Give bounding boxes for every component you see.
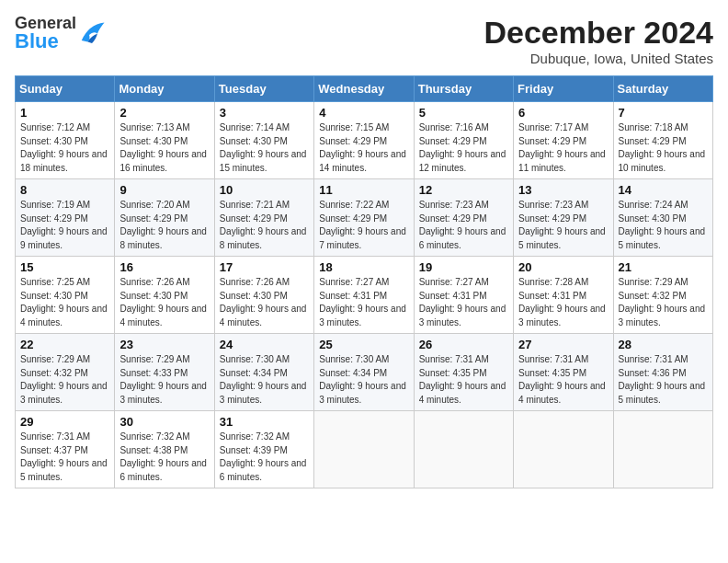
header-day-thursday: Thursday bbox=[414, 76, 513, 102]
day-info: Sunrise: 7:30 AMSunset: 4:34 PMDaylight:… bbox=[319, 353, 408, 407]
day-info: Sunrise: 7:27 AMSunset: 4:31 PMDaylight:… bbox=[319, 276, 408, 329]
calendar-cell bbox=[514, 411, 613, 488]
day-info: Sunrise: 7:19 AMSunset: 4:29 PMDaylight:… bbox=[20, 199, 109, 252]
day-number: 16 bbox=[119, 260, 209, 274]
day-info: Sunrise: 7:13 AMSunset: 4:30 PMDaylight:… bbox=[119, 121, 209, 175]
calendar-cell: 15Sunrise: 7:25 AMSunset: 4:30 PMDayligh… bbox=[16, 257, 115, 334]
day-info: Sunrise: 7:32 AMSunset: 4:39 PMDaylight:… bbox=[220, 431, 309, 484]
calendar-cell: 11Sunrise: 7:22 AMSunset: 4:29 PMDayligh… bbox=[314, 179, 414, 257]
header: General Blue December 2024 Dubuque, Iowa… bbox=[15, 15, 713, 66]
calendar-cell: 31Sunrise: 7:32 AMSunset: 4:39 PMDayligh… bbox=[214, 411, 313, 488]
calendar-cell: 24Sunrise: 7:30 AMSunset: 4:34 PMDayligh… bbox=[214, 334, 313, 411]
calendar-cell: 10Sunrise: 7:21 AMSunset: 4:29 PMDayligh… bbox=[214, 179, 313, 257]
day-number: 1 bbox=[20, 106, 109, 120]
day-info: Sunrise: 7:18 AMSunset: 4:29 PMDaylight:… bbox=[619, 121, 708, 175]
calendar-cell bbox=[414, 411, 513, 488]
calendar-cell: 4Sunrise: 7:15 AMSunset: 4:29 PMDaylight… bbox=[314, 102, 414, 179]
calendar-cell bbox=[613, 411, 712, 488]
day-info: Sunrise: 7:21 AMSunset: 4:29 PMDaylight:… bbox=[220, 199, 309, 252]
day-number: 2 bbox=[119, 106, 209, 120]
header-day-sunday: Sunday bbox=[16, 76, 115, 102]
day-number: 14 bbox=[619, 183, 708, 197]
calendar-week-2: 8Sunrise: 7:19 AMSunset: 4:29 PMDaylight… bbox=[16, 179, 713, 257]
header-day-tuesday: Tuesday bbox=[214, 76, 313, 102]
day-info: Sunrise: 7:26 AMSunset: 4:30 PMDaylight:… bbox=[119, 276, 209, 329]
day-info: Sunrise: 7:29 AMSunset: 4:32 PMDaylight:… bbox=[20, 353, 109, 407]
calendar-week-5: 29Sunrise: 7:31 AMSunset: 4:37 PMDayligh… bbox=[16, 411, 713, 488]
day-number: 12 bbox=[419, 183, 508, 197]
day-info: Sunrise: 7:28 AMSunset: 4:31 PMDaylight:… bbox=[518, 276, 608, 329]
calendar-cell: 14Sunrise: 7:24 AMSunset: 4:30 PMDayligh… bbox=[613, 179, 712, 257]
title-area: December 2024 Dubuque, Iowa, United Stat… bbox=[483, 15, 713, 66]
day-info: Sunrise: 7:31 AMSunset: 4:37 PMDaylight:… bbox=[20, 431, 109, 484]
calendar-header-row: SundayMondayTuesdayWednesdayThursdayFrid… bbox=[16, 76, 713, 102]
day-number: 20 bbox=[518, 260, 608, 274]
calendar-cell bbox=[314, 411, 414, 488]
calendar-cell: 21Sunrise: 7:29 AMSunset: 4:32 PMDayligh… bbox=[613, 257, 712, 334]
calendar-cell: 26Sunrise: 7:31 AMSunset: 4:35 PMDayligh… bbox=[414, 334, 513, 411]
month-title: December 2024 bbox=[483, 15, 713, 51]
calendar-cell: 20Sunrise: 7:28 AMSunset: 4:31 PMDayligh… bbox=[514, 257, 613, 334]
calendar-cell: 27Sunrise: 7:31 AMSunset: 4:35 PMDayligh… bbox=[514, 334, 613, 411]
logo-bird-icon bbox=[78, 20, 106, 46]
day-info: Sunrise: 7:29 AMSunset: 4:32 PMDaylight:… bbox=[619, 276, 708, 329]
day-info: Sunrise: 7:17 AMSunset: 4:29 PMDaylight:… bbox=[518, 121, 608, 175]
logo-text: General Blue bbox=[15, 15, 76, 52]
day-number: 4 bbox=[319, 106, 408, 120]
day-info: Sunrise: 7:23 AMSunset: 4:29 PMDaylight:… bbox=[518, 199, 608, 252]
day-info: Sunrise: 7:26 AMSunset: 4:30 PMDaylight:… bbox=[220, 276, 309, 329]
calendar-cell: 23Sunrise: 7:29 AMSunset: 4:33 PMDayligh… bbox=[115, 334, 214, 411]
day-info: Sunrise: 7:31 AMSunset: 4:36 PMDaylight:… bbox=[619, 353, 708, 407]
day-info: Sunrise: 7:24 AMSunset: 4:30 PMDaylight:… bbox=[619, 199, 708, 252]
calendar-cell: 12Sunrise: 7:23 AMSunset: 4:29 PMDayligh… bbox=[414, 179, 513, 257]
calendar-cell: 8Sunrise: 7:19 AMSunset: 4:29 PMDaylight… bbox=[16, 179, 115, 257]
day-number: 26 bbox=[419, 338, 508, 351]
day-info: Sunrise: 7:20 AMSunset: 4:29 PMDaylight:… bbox=[119, 199, 209, 252]
day-number: 24 bbox=[220, 338, 309, 351]
calendar-cell: 22Sunrise: 7:29 AMSunset: 4:32 PMDayligh… bbox=[16, 334, 115, 411]
day-info: Sunrise: 7:25 AMSunset: 4:30 PMDaylight:… bbox=[20, 276, 109, 329]
day-number: 25 bbox=[319, 338, 408, 351]
day-info: Sunrise: 7:22 AMSunset: 4:29 PMDaylight:… bbox=[319, 199, 408, 252]
day-number: 21 bbox=[619, 260, 708, 274]
day-number: 28 bbox=[619, 338, 708, 351]
day-number: 11 bbox=[319, 183, 408, 197]
day-number: 31 bbox=[220, 415, 309, 429]
header-day-friday: Friday bbox=[514, 76, 613, 102]
day-number: 7 bbox=[619, 106, 708, 120]
calendar-cell: 17Sunrise: 7:26 AMSunset: 4:30 PMDayligh… bbox=[214, 257, 313, 334]
calendar-cell: 29Sunrise: 7:31 AMSunset: 4:37 PMDayligh… bbox=[16, 411, 115, 488]
calendar-cell: 16Sunrise: 7:26 AMSunset: 4:30 PMDayligh… bbox=[115, 257, 214, 334]
day-number: 15 bbox=[20, 260, 109, 274]
day-number: 19 bbox=[419, 260, 508, 274]
logo: General Blue bbox=[15, 15, 106, 52]
day-number: 29 bbox=[20, 415, 109, 429]
calendar-cell: 1Sunrise: 7:12 AMSunset: 4:30 PMDaylight… bbox=[16, 102, 115, 179]
day-info: Sunrise: 7:12 AMSunset: 4:30 PMDaylight:… bbox=[20, 121, 109, 175]
header-day-monday: Monday bbox=[115, 76, 214, 102]
calendar-cell: 2Sunrise: 7:13 AMSunset: 4:30 PMDaylight… bbox=[115, 102, 214, 179]
calendar-cell: 9Sunrise: 7:20 AMSunset: 4:29 PMDaylight… bbox=[115, 179, 214, 257]
day-number: 3 bbox=[220, 106, 309, 120]
calendar-cell: 3Sunrise: 7:14 AMSunset: 4:30 PMDaylight… bbox=[214, 102, 313, 179]
day-number: 22 bbox=[20, 338, 109, 351]
calendar-cell: 7Sunrise: 7:18 AMSunset: 4:29 PMDaylight… bbox=[613, 102, 712, 179]
day-number: 13 bbox=[518, 183, 608, 197]
calendar-week-4: 22Sunrise: 7:29 AMSunset: 4:32 PMDayligh… bbox=[16, 334, 713, 411]
calendar-cell: 6Sunrise: 7:17 AMSunset: 4:29 PMDaylight… bbox=[514, 102, 613, 179]
day-info: Sunrise: 7:15 AMSunset: 4:29 PMDaylight:… bbox=[319, 121, 408, 175]
day-number: 10 bbox=[220, 183, 309, 197]
day-number: 17 bbox=[220, 260, 309, 274]
header-day-saturday: Saturday bbox=[613, 76, 712, 102]
subtitle: Dubuque, Iowa, United States bbox=[483, 51, 713, 66]
day-number: 18 bbox=[319, 260, 408, 274]
day-number: 6 bbox=[518, 106, 608, 120]
logo-blue: Blue bbox=[15, 31, 76, 52]
day-number: 8 bbox=[20, 183, 109, 197]
day-info: Sunrise: 7:14 AMSunset: 4:30 PMDaylight:… bbox=[220, 121, 309, 175]
calendar-cell: 30Sunrise: 7:32 AMSunset: 4:38 PMDayligh… bbox=[115, 411, 214, 488]
calendar-week-3: 15Sunrise: 7:25 AMSunset: 4:30 PMDayligh… bbox=[16, 257, 713, 334]
calendar-cell: 5Sunrise: 7:16 AMSunset: 4:29 PMDaylight… bbox=[414, 102, 513, 179]
day-number: 5 bbox=[419, 106, 508, 120]
calendar-cell: 13Sunrise: 7:23 AMSunset: 4:29 PMDayligh… bbox=[514, 179, 613, 257]
